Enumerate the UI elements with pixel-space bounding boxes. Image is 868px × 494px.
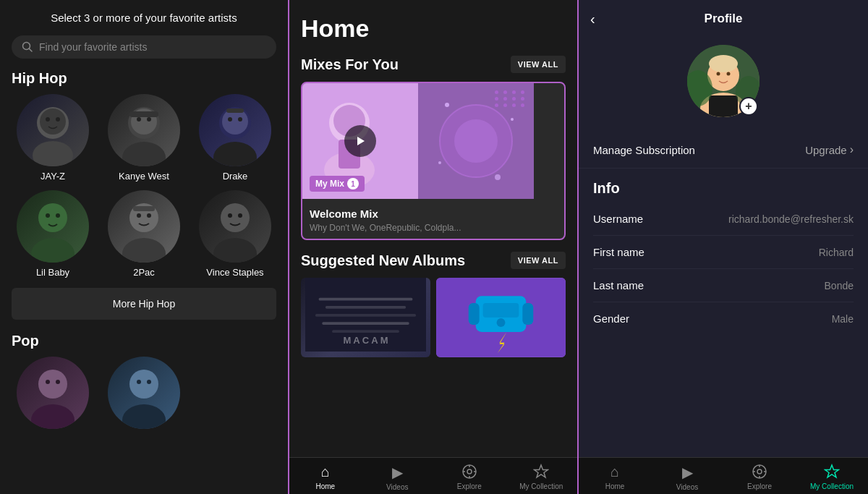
profile-nav-bar: ⌂ Home ▶ Videos Explore My Collection [579, 457, 868, 494]
upgrade-row[interactable]: Upgrade › [805, 143, 854, 156]
home-panel: Home Mixes For You VIEW ALL [289, 0, 579, 494]
search-icon [22, 41, 33, 53]
suggested-header: Suggested New Albums VIEW ALL [301, 252, 566, 269]
svg-point-39 [147, 380, 151, 384]
view-all-mixes-button[interactable]: VIEW ALL [511, 56, 566, 73]
username-key: Username [593, 213, 643, 225]
svg-point-76 [709, 55, 738, 72]
svg-point-17 [238, 117, 242, 122]
mix-name: Welcome Mix [310, 208, 557, 220]
svg-point-19 [31, 238, 75, 263]
artist-name-kanye: Kanye West [119, 171, 169, 182]
mix-image-right [418, 83, 534, 199]
svg-rect-12 [129, 111, 158, 117]
back-button[interactable]: ‹ [590, 11, 595, 27]
home-nav-icon: ⌂ [321, 464, 330, 480]
view-all-albums-button[interactable]: VIEW ALL [511, 252, 566, 269]
svg-point-5 [46, 117, 50, 122]
artist-item-pop2[interactable] [103, 357, 185, 433]
svg-point-36 [122, 404, 166, 429]
svg-point-23 [122, 238, 166, 263]
artist-name-lilbaby: Lil Baby [36, 267, 69, 278]
album-card-2[interactable] [436, 278, 566, 357]
mix-image-left: My Mix 1 [302, 83, 418, 199]
suggested-title: Suggested New Albums [301, 252, 465, 269]
svg-point-65 [497, 318, 506, 327]
nav-videos[interactable]: ▶ Videos [362, 464, 434, 491]
svg-rect-63 [522, 303, 533, 325]
artist-item-pop1[interactable] [12, 357, 94, 433]
svg-point-25 [137, 213, 141, 218]
add-photo-button[interactable]: + [739, 97, 758, 116]
mix-card-inner: My Mix 1 [302, 83, 564, 199]
svg-point-26 [147, 213, 151, 218]
profile-avatar-section: + [579, 38, 868, 132]
profile-videos-icon: ▶ [682, 464, 693, 481]
explore-nav-icon [461, 464, 477, 480]
home-title: Home [301, 14, 566, 43]
artist-item-jayz[interactable]: JAY-Z [12, 94, 94, 182]
artist-item-lilbaby[interactable]: Lil Baby [12, 190, 94, 278]
nav-home[interactable]: ⌂ Home [289, 464, 362, 491]
svg-point-16 [228, 117, 232, 122]
artist-selection-header: Select 3 or more of your favorite artist… [0, 0, 288, 30]
svg-rect-55 [326, 306, 406, 309]
svg-point-33 [38, 370, 67, 399]
mix-card[interactable]: My Mix 1 [301, 82, 566, 240]
artist-avatar-pop2 [108, 357, 180, 429]
svg-point-21 [46, 213, 50, 218]
info-row-lastname: Last name Bonde [593, 269, 854, 302]
artist-item-drake[interactable]: Drake [194, 94, 276, 182]
chevron-right-icon: › [850, 143, 854, 156]
profile-nav-videos[interactable]: ▶ Videos [651, 464, 723, 491]
profile-title: Profile [705, 12, 743, 26]
profile-nav-home[interactable]: ⌂ Home [579, 464, 651, 491]
gender-key: Gender [593, 312, 629, 325]
svg-point-11 [147, 117, 151, 122]
search-bar[interactable]: Find your favorite artists [12, 35, 276, 59]
svg-point-51 [495, 174, 501, 180]
artist-name-2pac: 2Pac [133, 267, 155, 278]
svg-point-35 [56, 380, 60, 384]
svg-point-28 [213, 238, 257, 263]
svg-point-31 [238, 213, 242, 218]
artist-item-kanye[interactable]: Kanye West [103, 94, 185, 182]
username-value: richard.bonde@refresher.sk [728, 213, 854, 225]
home-content: Home Mixes For You VIEW ALL [289, 0, 577, 457]
svg-rect-58 [332, 330, 399, 333]
profile-nav-collection[interactable]: My Collection [796, 464, 868, 491]
artist-item-vince[interactable]: Vince Staples [194, 190, 276, 278]
play-button[interactable] [344, 125, 376, 157]
artist-avatar-2pac [108, 190, 180, 263]
subscription-label: Manage Subscription [593, 144, 695, 156]
info-row-gender: Gender Male [593, 302, 854, 335]
info-section-title: Info [593, 180, 854, 197]
artist-item-2pac[interactable]: 2Pac [103, 190, 185, 278]
svg-point-34 [46, 380, 50, 384]
nav-explore[interactable]: Explore [433, 464, 506, 491]
artist-avatar-lilbaby [17, 190, 89, 263]
info-row-username: Username richard.bonde@refresher.sk [593, 203, 854, 236]
mixes-title: Mixes For You [301, 56, 399, 73]
svg-point-14 [213, 142, 257, 166]
profile-collection-label: My Collection [810, 482, 854, 490]
artist-avatar-vince [199, 190, 271, 263]
search-placeholder[interactable]: Find your favorite artists [39, 41, 266, 53]
svg-point-32 [31, 404, 75, 429]
more-hiphop-button[interactable]: More Hip Hop [12, 288, 276, 320]
profile-nav-explore[interactable]: Explore [723, 464, 796, 491]
suggested-section: Suggested New Albums VIEW ALL M A C A M [301, 252, 566, 357]
collection-nav-label: My Collection [519, 482, 563, 490]
svg-point-83 [757, 469, 762, 474]
videos-nav-icon: ▶ [392, 464, 403, 481]
profile-home-icon: ⌂ [610, 464, 619, 480]
artist-avatar-kanye [108, 94, 180, 166]
info-row-firstname: First name Richard [593, 236, 854, 269]
svg-rect-27 [133, 206, 155, 211]
profile-header: ‹ Profile [579, 0, 868, 38]
firstname-key: First name [593, 246, 644, 258]
nav-collection[interactable]: My Collection [506, 464, 578, 491]
album-card-1[interactable]: M A C A M [301, 278, 430, 357]
svg-point-10 [137, 117, 141, 122]
svg-rect-54 [319, 298, 413, 301]
